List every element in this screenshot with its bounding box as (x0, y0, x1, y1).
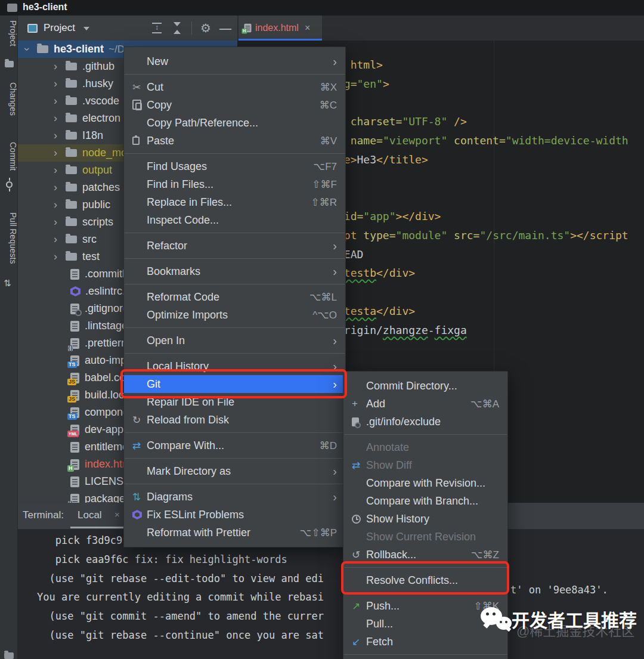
menu-item-bookmarks[interactable]: Bookmarks› (124, 262, 345, 280)
chevron-right-icon[interactable]: › (51, 95, 60, 107)
menu-item-local-history[interactable]: Local History› (124, 357, 345, 375)
folder-icon[interactable] (5, 61, 14, 67)
menu-icon-slot: ↺ (352, 549, 366, 561)
pull-requests-icon[interactable]: ⇅ (4, 278, 11, 289)
chevron-right-icon[interactable]: › (51, 199, 60, 211)
menu-item-find-usages[interactable]: Find Usages⌥F7 (124, 157, 345, 175)
menu-item-compare-with-revision[interactable]: Compare with Revision... (343, 474, 507, 492)
menu-item-rollback[interactable]: ↺Rollback...⌥⌘Z (343, 546, 507, 564)
html-file-icon: H (70, 459, 79, 470)
js-file-icon: JS (70, 390, 79, 401)
terminal-output[interactable]: pick f3d9c9f pick eaa9f6c fix: fix heigh… (37, 531, 361, 645)
menu-item-annotate[interactable]: Annotate (343, 438, 507, 456)
code-line: a charset="UTF-8" /> (338, 115, 467, 128)
code-segment: - (428, 324, 435, 336)
menu-item-paste[interactable]: Paste⌘V (124, 132, 345, 150)
project-panel-title[interactable]: Project (44, 22, 75, 34)
menu-item-optimize-imports[interactable]: Optimize Imports^⌥O (124, 306, 345, 324)
menu-item-shortcut: ⌥⇧⌘P (300, 527, 337, 539)
menu-item-label: Git (147, 378, 160, 391)
menu-item-replace-in-files[interactable]: Replace in Files...⇧⌘R (124, 193, 345, 211)
chevron-right-icon[interactable]: › (51, 164, 60, 177)
tab-index-html[interactable]: H index.html × (239, 16, 322, 41)
clock-icon (352, 515, 361, 524)
file-icon (352, 417, 359, 426)
menu-item-refactor[interactable]: Refactor› (124, 237, 345, 255)
chevron-right-icon[interactable]: › (51, 250, 60, 263)
folder-icon (66, 253, 77, 261)
collapse-all-icon[interactable] (171, 22, 183, 34)
menu-item-shortcut: ⌘C (320, 99, 337, 112)
menu-item-add[interactable]: +Add⌥⌘A (343, 395, 507, 413)
submenu-arrow-icon: › (333, 360, 337, 372)
chevron-right-icon[interactable]: › (51, 112, 60, 125)
menu-item-commit-directory[interactable]: Commit Directory... (343, 377, 507, 395)
menu-item-mark-directory-as[interactable]: Mark Directory as› (124, 462, 345, 480)
tree-root-name: he3-client (54, 43, 104, 55)
hide-panel-icon[interactable]: — (219, 23, 231, 33)
chevron-right-icon[interactable]: › (51, 233, 60, 246)
menu-item-label: Open In (147, 335, 185, 347)
chevron-right-icon[interactable]: › (51, 129, 60, 142)
code-line: le>He3</title> (338, 153, 428, 166)
menu-item-label: Compare With... (147, 440, 224, 452)
close-icon[interactable]: × (114, 509, 120, 519)
menu-item-show-history[interactable]: Show History (343, 510, 507, 528)
menu-item-compare-with[interactable]: ⇄Compare With...⌘D (124, 437, 345, 454)
terminal-tab-local[interactable]: Local (78, 509, 102, 521)
tree-item-label: output (82, 164, 112, 177)
menu-divider (125, 484, 345, 484)
menu-item-find-in-files[interactable]: Find in Files...⇧⌘F (124, 175, 345, 193)
bottom-folder-icon[interactable] (4, 652, 14, 659)
code-segment: testa (344, 305, 376, 317)
chevron-expanded-icon[interactable]: › (23, 43, 31, 55)
menu-item-git-info-exclude[interactable]: .git/info/exclude (343, 413, 507, 431)
stripe-changes-label[interactable]: Changes (0, 82, 18, 116)
menu-item-fetch[interactable]: ↙Fetch (343, 633, 507, 651)
menu-item-cut[interactable]: ✂Cut⌘X (124, 78, 345, 96)
menu-item-reload-from-disk[interactable]: ↻Reload from Disk (124, 411, 345, 429)
menu-item-copy-path-reference[interactable]: Copy Path/Reference... (124, 114, 345, 132)
menu-item-diagrams[interactable]: ⇅Diagrams› (124, 488, 345, 506)
menu-item-resolve-conflicts[interactable]: Resolve Conflicts... (343, 571, 507, 589)
ts-file-icon: TS (70, 407, 79, 418)
menu-item-reformat-with-prettier[interactable]: Reformat with Prettier⌥⇧⌘P (124, 524, 345, 542)
menu-item-open-in[interactable]: Open In› (124, 332, 345, 349)
menu-item-copy[interactable]: Copy⌘C (124, 96, 345, 114)
menu-item-git[interactable]: Git› (124, 375, 345, 393)
chevron-right-icon[interactable]: › (51, 216, 60, 228)
project-tool-icon (27, 24, 38, 33)
menu-item-compare-with-branch[interactable]: Compare with Branch... (343, 492, 507, 510)
menu-item-new[interactable]: New› (124, 52, 345, 70)
stripe-pull-requests-label[interactable]: Pull Requests (0, 212, 18, 264)
terminal-line: pick eaa9f6c fix: fix heighlight-words (37, 550, 361, 570)
terminal-line: You are currently editing a commit while… (37, 588, 361, 607)
stripe-project-label[interactable]: Project (0, 20, 18, 47)
menu-item-label: Local History (147, 360, 209, 373)
menu-item-show-diff[interactable]: ⇄Show Diff (343, 456, 507, 474)
gear-icon[interactable]: ⚙ (200, 22, 211, 34)
submenu-arrow-icon: › (333, 335, 337, 346)
menu-item-fix-eslint-problems[interactable]: Fix ESLint Problems (124, 506, 345, 524)
close-icon[interactable]: × (305, 23, 310, 33)
menu-item-label: Show Diff (366, 459, 412, 472)
menu-item-show-current-revision[interactable]: Show Current Revision (343, 528, 507, 546)
expand-all-icon[interactable]: ↕ (151, 22, 163, 34)
chevron-right-icon[interactable]: › (51, 78, 60, 90)
tab-label: index.html (255, 23, 299, 33)
menu-icon-slot: ⇄ (132, 440, 147, 452)
chevron-down-icon[interactable] (83, 27, 89, 33)
stripe-commit-label[interactable]: Commit (0, 142, 18, 171)
chevron-right-icon[interactable]: › (51, 60, 60, 73)
menu-item-label: Show History (366, 513, 429, 525)
commit-icon[interactable] (6, 181, 13, 188)
menu-item-reformat-code[interactable]: Reformat Code⌥⌘L (124, 288, 345, 306)
menu-item-inspect-code[interactable]: Inspect Code... (124, 211, 345, 229)
menu-item-label: Reformat Code (147, 291, 219, 304)
tree-item-label: .gitignore (85, 302, 129, 315)
menu-item-label: Find Usages (147, 160, 207, 173)
tree-item-label: .github (82, 60, 114, 73)
chevron-right-icon[interactable]: › (51, 147, 60, 159)
chevron-right-icon[interactable]: › (51, 181, 60, 194)
menu-item-repair-ide-on-file[interactable]: Repair IDE on File (124, 393, 345, 411)
